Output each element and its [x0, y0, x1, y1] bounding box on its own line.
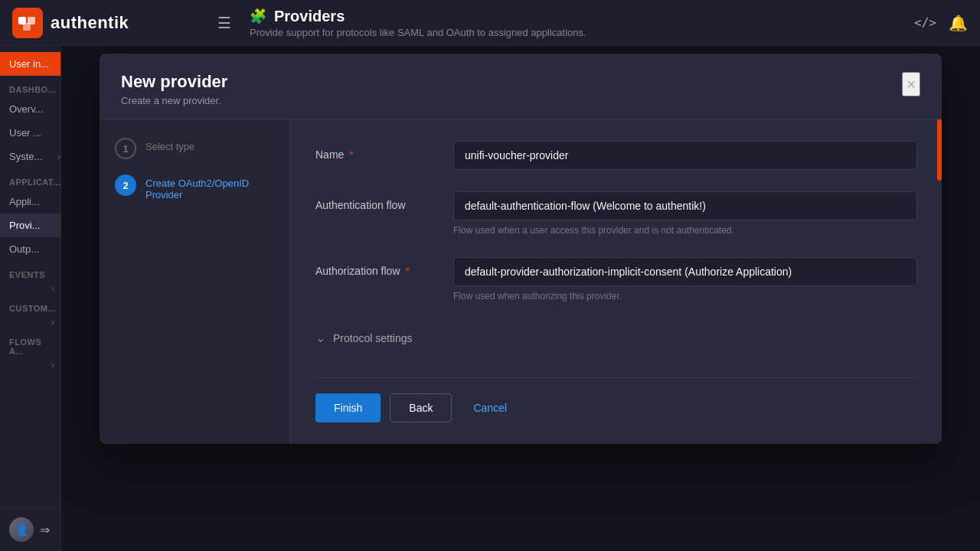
- logo-area: authentik: [12, 8, 211, 38]
- avatar: 👤: [9, 517, 34, 542]
- modal-title: New provider: [121, 72, 227, 92]
- sidebar: User in... Dashbo... Overv... User ... S…: [0, 46, 61, 551]
- modal-overlay: New provider Create a new provider. × 1 …: [61, 46, 980, 551]
- sidebar-item-users[interactable]: User ...: [0, 121, 60, 145]
- page-subtitle: Provide support for protocols like SAML …: [250, 27, 914, 38]
- modal-title-area: New provider Create a new provider.: [121, 72, 227, 106]
- app-name: authentik: [51, 13, 129, 33]
- step-1-number: 1: [115, 138, 136, 159]
- form-field-auth-flow: Authentication flow Flow used when a use…: [315, 191, 917, 236]
- expand-arrow-system: ›: [57, 152, 60, 162]
- sidebar-section-customization: Custom...: [0, 295, 60, 316]
- name-required: *: [349, 148, 353, 161]
- back-button[interactable]: Back: [390, 393, 452, 422]
- topbar-actions: </> 🔔: [914, 14, 968, 32]
- form-actions: Finish Back Cancel: [315, 377, 917, 422]
- page-title: Providers: [274, 8, 345, 25]
- modal-close-button[interactable]: ×: [902, 72, 920, 96]
- sidebar-bottom: 👤 ⇒: [0, 507, 60, 551]
- protocol-settings-label: Protocol settings: [333, 332, 413, 344]
- name-field-content: [453, 141, 917, 170]
- step-1-label: Select type: [145, 138, 194, 152]
- notification-icon[interactable]: 🔔: [949, 14, 968, 32]
- modal-body: 1 Select type 2 Create OAuth2/OpenID Pro…: [100, 119, 942, 444]
- sidebar-nav: User in... Dashbo... Overv... User ... S…: [0, 46, 60, 507]
- sidebar-section-applications: Applicat...: [0, 168, 60, 190]
- topbar: authentik ☰ 🧩 Providers Provide support …: [0, 0, 980, 46]
- sidebar-item-outpost[interactable]: Outp...: [0, 237, 60, 261]
- name-label: Name *: [315, 141, 438, 161]
- sidebar-section-events: Events: [0, 261, 60, 282]
- authz-flow-hint: Flow used when authorizing this provider…: [453, 291, 917, 302]
- sidebar-item-userint[interactable]: User in...: [0, 52, 60, 76]
- sidebar-item-providers[interactable]: Provi...: [0, 214, 60, 237]
- avatar-image: 👤: [9, 517, 34, 542]
- main-layout: User in... Dashbo... Overv... User ... S…: [0, 46, 980, 551]
- chevron-down-icon: ⌄: [315, 331, 325, 345]
- protocol-settings-section: ⌄ Protocol settings: [315, 323, 917, 353]
- sidebar-section-flows: Flows a...: [0, 328, 60, 359]
- form-field-name: Name *: [315, 141, 917, 170]
- scroll-indicator: [937, 119, 942, 444]
- step-2-label: Create OAuth2/OpenID Provider: [145, 174, 275, 201]
- logout-icon[interactable]: ⇒: [40, 523, 50, 537]
- authz-flow-input[interactable]: [453, 257, 917, 286]
- page-header: 🧩 Providers Provide support for protocol…: [250, 8, 914, 38]
- auth-flow-field-content: Flow used when a user access this provid…: [453, 191, 917, 236]
- step-2: 2 Create OAuth2/OpenID Provider: [115, 174, 275, 201]
- step-1: 1 Select type: [115, 138, 275, 159]
- arrow-custom: ›: [51, 317, 54, 328]
- form-field-authz-flow: Authorization flow * Flow used when auth…: [315, 257, 917, 302]
- app-logo: [12, 8, 43, 38]
- scroll-thumb: [937, 119, 942, 181]
- page-title-row: 🧩 Providers: [250, 8, 914, 25]
- arrow-events: ›: [51, 283, 54, 294]
- steps-panel: 1 Select type 2 Create OAuth2/OpenID Pro…: [100, 119, 291, 444]
- sidebar-item-system[interactable]: Syste...: [0, 145, 60, 168]
- protocol-settings-header[interactable]: ⌄ Protocol settings: [315, 323, 917, 353]
- name-input[interactable]: [453, 141, 917, 170]
- sidebar-item-applications[interactable]: Appli...: [0, 190, 60, 214]
- auth-flow-input[interactable]: [453, 191, 917, 220]
- sidebar-item-overview[interactable]: Overv...: [0, 97, 60, 121]
- hamburger-menu[interactable]: ☰: [211, 8, 237, 38]
- form-panel: Name * Authentication flow: [291, 119, 942, 444]
- code-icon[interactable]: </>: [914, 15, 936, 30]
- auth-flow-hint: Flow used when a user access this provid…: [453, 225, 917, 236]
- step-2-number: 2: [115, 174, 136, 196]
- sidebar-section-dashboard: Dashbo...: [0, 76, 60, 97]
- svg-rect-2: [23, 23, 31, 31]
- puzzle-icon: 🧩: [250, 8, 266, 24]
- auth-flow-label: Authentication flow: [315, 191, 438, 211]
- content-area: New provider Create a new provider. × 1 …: [61, 46, 980, 551]
- modal-subtitle: Create a new provider.: [121, 95, 227, 106]
- cancel-button[interactable]: Cancel: [461, 393, 519, 422]
- arrow-flows: ›: [51, 360, 54, 370]
- authz-flow-label: Authorization flow *: [315, 257, 438, 277]
- authz-flow-field-content: Flow used when authorizing this provider…: [453, 257, 917, 302]
- modal-header: New provider Create a new provider. ×: [100, 54, 942, 119]
- authz-flow-required: *: [405, 265, 409, 277]
- finish-button[interactable]: Finish: [315, 393, 381, 422]
- new-provider-modal: New provider Create a new provider. × 1 …: [100, 54, 942, 444]
